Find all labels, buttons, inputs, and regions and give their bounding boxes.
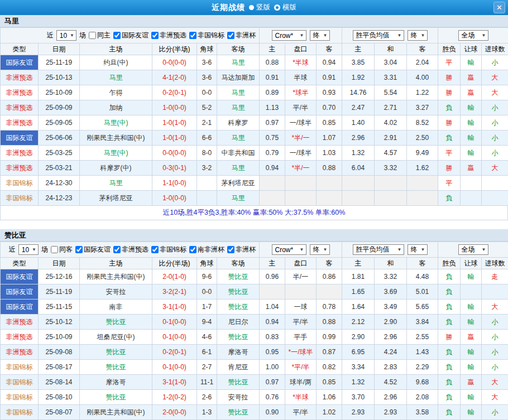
- asian-home-odds: 0.75: [260, 131, 285, 146]
- asian-handicap: 半球: [285, 70, 317, 85]
- handicap-result: 贏: [461, 70, 482, 85]
- away-team-cell: 马里: [217, 55, 260, 70]
- match-row: 非国锦标24-12-23茅利塔尼亚1-0(0-0)马里負: [1, 191, 508, 206]
- home-team-cell: 马里: [80, 176, 152, 191]
- checkbox-input[interactable]: [75, 246, 83, 253]
- handicap-result: 輸: [461, 100, 482, 115]
- filter-checkbox[interactable]: 国际友谊: [75, 245, 111, 254]
- checkbox-input[interactable]: [113, 32, 121, 39]
- asian-away-odds: 0.88: [317, 161, 342, 176]
- euro-home-odds: 1.64: [342, 300, 375, 315]
- asian-away-odds: 1.03: [317, 146, 342, 161]
- euro-draw-odds: 3.32: [375, 269, 407, 284]
- filter-checkbox[interactable]: 南非洲杯: [189, 245, 224, 254]
- asian-handicap: 半/一: [285, 269, 317, 284]
- asian-home-odds: 0.91: [260, 70, 285, 85]
- filter-checkbox[interactable]: 国际友谊: [113, 31, 148, 40]
- summary-row: 近10场,胜4平3负3,胜率:40% 赢率:50% 大:37.5% 单率:60%: [0, 206, 508, 220]
- match-row: 非国锦标25-08-14摩洛哥3-1(1-0)11-1赞比亚0.97球半/两0.…: [1, 375, 508, 390]
- handicap-result: [461, 284, 482, 300]
- filter-checkbox[interactable]: 非洲杯: [227, 245, 256, 254]
- column-header: 客: [317, 258, 342, 269]
- euro-away-odds: 8.52: [407, 115, 438, 131]
- layout-radio-horizontal[interactable]: 横版: [274, 3, 296, 12]
- filter-checkbox[interactable]: 非洲预选: [151, 31, 186, 40]
- checkbox-input[interactable]: [189, 246, 197, 253]
- away-team-cell: 赞比亚: [217, 284, 260, 300]
- filter-checkbox[interactable]: 非洲杯: [227, 31, 256, 40]
- filter-checkbox[interactable]: 非国锦标: [151, 245, 186, 254]
- euro-avg-select[interactable]: 胜平负均值▼: [353, 30, 404, 41]
- match-row: 非洲预选25-09-05马里(中)1-0(1-0)2-1科摩罗0.97一/球半0…: [1, 115, 508, 131]
- checkbox-input[interactable]: [89, 32, 96, 39]
- asian-away-odds: 0.85: [317, 115, 342, 131]
- asian-home-odds: 0.88: [260, 55, 285, 70]
- match-result: 負: [438, 269, 461, 284]
- filter-checkbox[interactable]: 非国锦标: [189, 31, 224, 40]
- asian-handicap: 平/半: [285, 100, 317, 115]
- home-team-cell: 乍得: [80, 85, 152, 100]
- corners-cell: 0-0: [197, 284, 217, 300]
- euro-stage-select[interactable]: 终▼: [408, 30, 428, 41]
- score-cell: 1-0(1-0): [152, 115, 197, 131]
- scope-select[interactable]: 全场▼: [458, 244, 488, 255]
- match-result: 負: [438, 284, 461, 300]
- checkbox-input[interactable]: [151, 32, 159, 39]
- asian-home-odds: 1.04: [260, 300, 285, 315]
- date-cell: 25-09-09: [39, 100, 80, 115]
- home-team-cell: 安哥拉: [80, 284, 152, 300]
- handicap-result: 輸: [461, 131, 482, 146]
- checkbox-label: 国际友谊: [84, 245, 111, 254]
- bookmaker-select[interactable]: Crow*▼: [272, 244, 306, 255]
- handicap-result: 輸: [461, 300, 482, 315]
- column-header: 胜负: [438, 258, 461, 269]
- euro-home-odds: 2.96: [342, 131, 375, 146]
- odds-stage-select[interactable]: 终▼: [310, 30, 330, 41]
- filter-checkbox[interactable]: 同主: [89, 31, 111, 40]
- score-cell: 0-0(0-0): [152, 55, 197, 70]
- match-row: 国际友谊25-11-19约旦(中)0-0(0-0)3-6马里0.88*半球0.9…: [1, 55, 508, 70]
- match-count-select[interactable]: 10▼: [56, 30, 76, 41]
- checkbox-input[interactable]: [227, 246, 234, 253]
- corners-cell: 5-2: [197, 100, 217, 115]
- asian-handicap: [285, 284, 317, 300]
- asian-away-odds: [317, 191, 342, 206]
- euro-draw-odds: 3.49: [375, 300, 407, 315]
- layout-radio-vertical[interactable]: 竖版: [249, 3, 270, 12]
- date-cell: 24-12-23: [39, 191, 80, 206]
- column-header: 和: [375, 44, 407, 55]
- euro-draw-odds: [375, 191, 407, 206]
- filter-checkbox[interactable]: 非洲预选: [113, 245, 148, 254]
- checkbox-input[interactable]: [51, 246, 58, 253]
- corners-cell: 6-6: [197, 131, 217, 146]
- scope-select[interactable]: 全场▼: [458, 30, 488, 41]
- euro-home-odds: 6.04: [342, 161, 375, 176]
- euro-stage-select[interactable]: 终▼: [408, 244, 428, 255]
- filter-checkbox[interactable]: 同客: [51, 245, 73, 254]
- euro-avg-select[interactable]: 胜平负均值▼: [353, 244, 404, 255]
- odds-stage-select[interactable]: 终▼: [310, 244, 330, 255]
- radio-label: 横版: [282, 3, 296, 12]
- asian-home-odds: 1.13: [260, 100, 285, 115]
- handicap-result: 輸: [461, 269, 482, 284]
- handicap-result: 輸: [461, 405, 482, 420]
- checkbox-input[interactable]: [113, 246, 121, 253]
- date-cell: 25-10-12: [39, 315, 80, 330]
- column-header: 主场: [80, 44, 152, 55]
- match-row: 非洲预选25-09-08赞比亚0-2(0-1)6-1摩洛哥0.95*一/球半0.…: [1, 345, 508, 360]
- checkbox-input[interactable]: [227, 32, 234, 39]
- away-team-cell: 马里: [217, 161, 260, 176]
- checkbox-input[interactable]: [151, 246, 159, 253]
- date-cell: 25-08-10: [39, 390, 80, 405]
- column-header: 类型: [1, 258, 39, 269]
- goals-result: 大: [482, 390, 508, 405]
- checkbox-input[interactable]: [189, 32, 197, 39]
- euro-home-odds: 1.32: [342, 146, 375, 161]
- match-count-select[interactable]: 10▼: [18, 244, 39, 255]
- euro-draw-odds: [375, 176, 407, 191]
- close-button[interactable]: ✕: [493, 2, 505, 13]
- match-row: 国际友谊25-06-06刚果民主共和国(中)1-0(1-0)6-6马里0.75*…: [1, 131, 508, 146]
- bookmaker-select[interactable]: Crow*▼: [272, 30, 306, 41]
- match-tbody: 国际友谊25-11-19约旦(中)0-0(0-0)3-6马里0.88*半球0.9…: [1, 55, 508, 206]
- euro-home-odds: 6.95: [342, 345, 375, 360]
